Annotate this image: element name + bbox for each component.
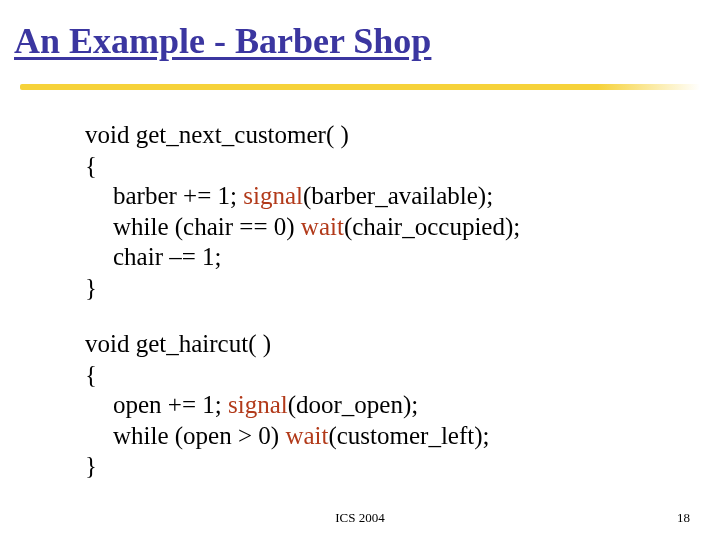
spacer [85,303,645,329]
fn1-line1: barber += 1; signal(barber_available); [85,181,645,212]
accent-bar [20,84,700,90]
text: open += 1; [113,391,228,418]
text: (barber_available); [303,182,493,209]
slide-title: An Example - Barber Shop [14,20,431,62]
text: (customer_left); [328,422,489,449]
slide: An Example - Barber Shop void get_next_c… [0,0,720,540]
title-wrap: An Example - Barber Shop [14,20,431,62]
fn2-line2: while (open > 0) wait(customer_left); [85,421,645,452]
fn2-line1: open += 1; signal(door_open); [85,390,645,421]
signal-keyword: signal [243,182,303,209]
fn1-signature: void get_next_customer( ) [85,120,645,151]
code-block: void get_next_customer( ) { barber += 1;… [85,120,645,482]
text: barber += 1; [113,182,243,209]
wait-keyword: wait [285,422,328,449]
footer-center-text: ICS 2004 [335,510,384,526]
text: (chair_occupied); [344,213,520,240]
fn2-signature: void get_haircut( ) [85,329,645,360]
text: (door_open); [288,391,419,418]
wait-keyword: wait [301,213,344,240]
signal-keyword: signal [228,391,288,418]
page-number: 18 [677,510,690,526]
close-brace: } [85,451,645,482]
text: while (chair == 0) [113,213,301,240]
fn1-line3: chair –= 1; [85,242,645,273]
open-brace: { [85,360,645,391]
open-brace: { [85,151,645,182]
close-brace: } [85,273,645,304]
fn1-line2: while (chair == 0) wait(chair_occupied); [85,212,645,243]
text: while (open > 0) [113,422,285,449]
